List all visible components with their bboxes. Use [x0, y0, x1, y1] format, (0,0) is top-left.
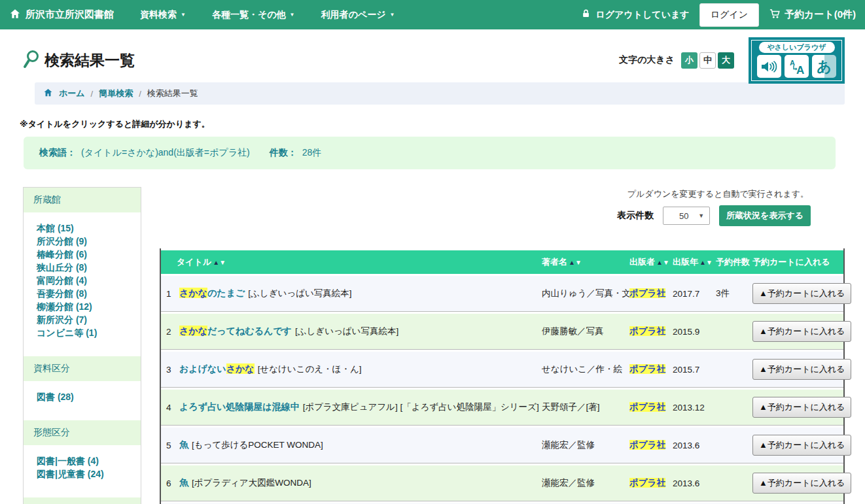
japanese-reading-icon[interactable]: あ: [812, 55, 836, 78]
easy-browser-buttons: A A あ: [754, 55, 839, 78]
login-button[interactable]: ログイン: [699, 3, 759, 27]
book-title-link[interactable]: のたまご: [207, 288, 245, 298]
sort-ascending-icon[interactable]: ▲: [656, 259, 663, 266]
sort-descending-icon[interactable]: ▼: [575, 259, 582, 266]
nav-menu-2[interactable]: 利用者のページ▼: [321, 9, 395, 21]
reserve-count-cell: [713, 314, 750, 350]
nav-menu-0[interactable]: 資料検索▼: [140, 9, 186, 21]
font-size-option-小[interactable]: 小: [681, 52, 697, 69]
sidebar-filter-item[interactable]: 所沢分館 (9): [37, 235, 137, 248]
reserve-cart-link[interactable]: 予約カート(0件): [769, 8, 856, 22]
reserve-count-cell: [713, 465, 750, 501]
pub-year-cell: 2017.7: [670, 276, 713, 312]
breadcrumb-link[interactable]: 簡単検索: [99, 88, 133, 99]
font-size-option-中[interactable]: 中: [699, 52, 716, 69]
publisher-link[interactable]: ポプラ社: [629, 440, 665, 450]
sidebar-section-body: 図書 (28): [24, 381, 141, 420]
table-row: 1さかなのたまご[ふしぎいっぱい写真絵本]内山りゅう／写真・文ポプラ社2017.…: [161, 276, 843, 312]
sidebar-filter-item[interactable]: 図書|児童書 (24): [37, 467, 137, 480]
nav-menu-list: 資料検索▼各種一覧・その他▼利用者のページ▼: [114, 9, 395, 21]
sidebar-section: 形態区分図書|一般書 (4)図書|児童書 (24): [24, 420, 141, 497]
book-title-link[interactable]: およげない: [179, 363, 226, 374]
results-table: タイトル▲▼著者名▲▼出版者▲▼出版年▲▼予約件数予約カートに入れる 1さかなの…: [161, 248, 843, 504]
column-header-label: 予約件数: [716, 257, 750, 267]
speaker-icon[interactable]: [757, 55, 781, 78]
nav-menu-1[interactable]: 各種一覧・その他▼: [212, 9, 295, 21]
sidebar-filter-item[interactable]: 吾妻分館 (8): [37, 287, 137, 300]
sidebar-filter-item[interactable]: 図書 (28): [37, 390, 137, 403]
pub-year-cell: 2013.12: [670, 390, 713, 426]
column-header-label: 出版年: [673, 257, 698, 267]
sidebar-section-title: 資料区分: [24, 356, 141, 381]
page-title: 検索結果一覧: [44, 50, 135, 71]
top-nav: 所沢市立所沢図書館 資料検索▼各種一覧・その他▼利用者のページ▼ ログアウトして…: [0, 0, 865, 29]
book-series-text: [せなけいこのえ・ほ・ん]: [258, 364, 362, 374]
sort-ascending-icon[interactable]: ▲: [213, 259, 219, 266]
sort-descending-icon[interactable]: ▼: [663, 259, 669, 266]
row-number: 1: [161, 276, 177, 312]
show-holdings-button[interactable]: 所蔵状況を表示する: [719, 205, 811, 226]
select-caret-icon: ▼: [698, 212, 704, 219]
publisher-cell: ポプラ社: [627, 314, 670, 350]
sidebar-filter-item[interactable]: 狭山丘分 (8): [37, 261, 137, 274]
sidebar-section-body: 図書|一般書 (4)図書|児童書 (24): [24, 445, 141, 497]
row-number: 5: [161, 428, 177, 463]
book-title-cell: さかなだってねむるんです[ふしぎいっぱい写真絵本]: [177, 314, 539, 350]
book-title-cell: さかなのたまご[ふしぎいっぱい写真絵本]: [177, 276, 539, 312]
sidebar-filter-item[interactable]: 椿峰分館 (6): [37, 248, 137, 261]
book-series-text: [ふしぎいっぱい写真絵本]: [295, 326, 398, 336]
breadcrumb-separator: /: [139, 89, 141, 99]
row-number: 3: [161, 352, 177, 388]
translate-icon[interactable]: A A: [785, 55, 809, 78]
publisher-link[interactable]: ポプラ社: [629, 326, 665, 336]
search-term-value: (タイトル=さかな)and(出版者=ポプラ社): [81, 147, 250, 158]
publisher-link[interactable]: ポプラ社: [629, 402, 665, 412]
publisher-link[interactable]: ポプラ社: [629, 364, 665, 374]
add-to-cart-button[interactable]: ▲予約カートに入れる: [752, 397, 851, 418]
book-title-link[interactable]: だってねむるんです: [207, 326, 292, 336]
sidebar-section: 資料区分図書 (28): [24, 356, 141, 420]
add-to-cart-button[interactable]: ▲予約カートに入れる: [752, 321, 851, 342]
search-magnifier-icon: [22, 49, 40, 71]
chevron-down-icon: ▼: [389, 12, 395, 18]
book-title-link[interactable]: 魚: [179, 439, 188, 450]
add-to-cart-button[interactable]: ▲予約カートに入れる: [752, 473, 851, 494]
list-controls: 表示件数 50 ▼ 所蔵状況を表示する: [160, 205, 845, 226]
book-title-link[interactable]: 魚: [179, 477, 188, 488]
publisher-link[interactable]: ポプラ社: [629, 288, 665, 298]
search-term-highlight: さかな: [179, 288, 207, 298]
column-header-2: 出版者▲▼: [627, 250, 670, 274]
author-cell: 天野頌子／[著]: [539, 390, 627, 426]
pub-year-cell: 2013.6: [670, 465, 713, 501]
sidebar-filter-item[interactable]: 富岡分館 (4): [37, 274, 137, 287]
add-to-cart-button[interactable]: ▲予約カートに入れる: [752, 359, 851, 380]
sidebar-filter-item[interactable]: 柳瀬分館 (12): [37, 300, 137, 313]
publisher-link[interactable]: ポプラ社: [629, 478, 665, 488]
library-home-link[interactable]: 所沢市立所沢図書館: [9, 8, 114, 22]
sidebar-filter-item[interactable]: 新所沢分 (7): [37, 313, 137, 326]
sort-descending-icon[interactable]: ▼: [219, 259, 226, 266]
font-size-option-大[interactable]: 大: [718, 52, 734, 69]
publisher-cell: ポプラ社: [627, 465, 670, 501]
result-count-value: 28件: [302, 147, 322, 158]
cart-button-cell: ▲予約カートに入れる: [750, 390, 843, 426]
sort-ascending-icon[interactable]: ▲: [699, 259, 706, 266]
add-to-cart-button[interactable]: ▲予約カートに入れる: [752, 283, 851, 304]
reserve-cart-label: 予約カート(0件): [785, 8, 856, 21]
logout-status: ログアウトしています: [581, 8, 689, 21]
column-header-label: 予約カートに入れる: [752, 257, 830, 267]
nav-menu-label: 各種一覧・その他: [212, 9, 286, 21]
sort-descending-icon[interactable]: ▼: [706, 259, 713, 266]
chevron-down-icon: ▼: [181, 12, 186, 18]
column-header-label: タイトル: [177, 257, 211, 267]
sidebar-filter-item[interactable]: 本館 (15): [37, 222, 137, 235]
sidebar-filter-item[interactable]: 図書|一般書 (4): [37, 454, 137, 467]
breadcrumb-link[interactable]: ホーム: [59, 88, 85, 99]
add-to-cart-button[interactable]: ▲予約カートに入れる: [752, 435, 851, 456]
sort-ascending-icon[interactable]: ▲: [569, 259, 575, 266]
per-page-select[interactable]: 50 ▼: [663, 207, 710, 225]
chevron-down-icon: ▼: [290, 12, 295, 18]
book-title-link[interactable]: よろず占い処陰陽屋は混線中: [179, 401, 300, 412]
sidebar-filter-item[interactable]: コンビニ等 (1): [37, 326, 137, 339]
content-area: プルダウンを変更すると自動で実行されます。 表示件数 50 ▼ 所蔵状況を表示す…: [160, 187, 845, 504]
